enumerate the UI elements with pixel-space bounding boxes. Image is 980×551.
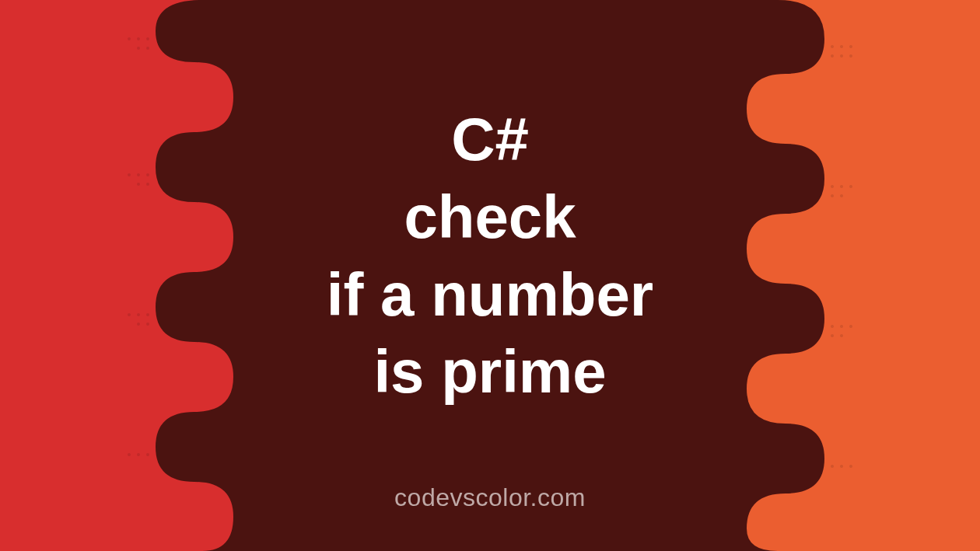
title-line-2: check — [327, 179, 653, 256]
svg-point-7 — [840, 185, 843, 188]
svg-point-27 — [146, 183, 149, 186]
site-credit: codevscolor.com — [394, 483, 586, 512]
svg-point-13 — [849, 325, 852, 328]
svg-point-14 — [831, 334, 834, 337]
svg-point-5 — [849, 54, 852, 58]
svg-point-1 — [840, 45, 843, 48]
svg-point-12 — [840, 325, 843, 328]
svg-point-34 — [146, 453, 149, 456]
svg-point-19 — [146, 37, 149, 40]
svg-point-32 — [146, 323, 149, 326]
svg-point-0 — [831, 45, 834, 48]
svg-point-16 — [831, 465, 834, 468]
svg-point-3 — [831, 54, 834, 58]
svg-point-22 — [146, 47, 149, 50]
svg-point-2 — [849, 45, 852, 48]
svg-point-25 — [137, 173, 140, 176]
svg-point-21 — [128, 37, 131, 40]
title-line-1: C# — [327, 101, 653, 179]
svg-point-30 — [137, 313, 140, 316]
svg-point-11 — [831, 325, 834, 328]
svg-point-26 — [128, 173, 131, 176]
svg-point-28 — [137, 183, 140, 186]
svg-point-9 — [831, 194, 834, 197]
svg-point-23 — [137, 47, 140, 50]
svg-point-29 — [146, 313, 149, 316]
svg-point-6 — [831, 185, 834, 188]
title-line-4: is prime — [327, 333, 653, 411]
title-line-3: if a number — [327, 256, 653, 334]
svg-point-35 — [137, 453, 140, 456]
svg-point-15 — [840, 334, 843, 337]
svg-point-17 — [840, 465, 843, 468]
title-block: C# check if a number is prime — [327, 101, 653, 411]
svg-point-36 — [128, 453, 131, 456]
svg-point-10 — [840, 194, 843, 197]
svg-point-4 — [840, 54, 843, 58]
svg-point-8 — [849, 185, 852, 188]
svg-point-18 — [849, 465, 852, 468]
svg-point-24 — [146, 173, 149, 176]
svg-point-20 — [137, 37, 140, 40]
svg-point-33 — [137, 323, 140, 326]
svg-point-31 — [128, 313, 131, 316]
